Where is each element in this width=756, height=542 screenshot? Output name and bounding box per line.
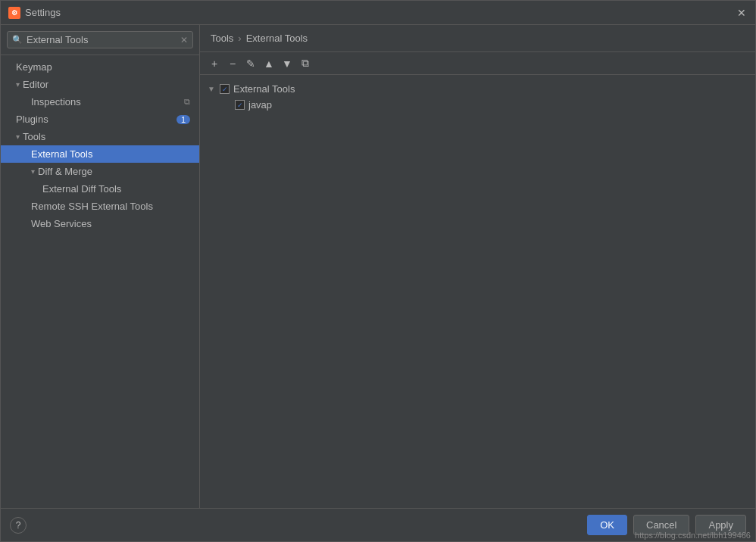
arrow-icon: ▾ <box>16 132 20 141</box>
breadcrumb-root: Tools <box>211 33 233 44</box>
title-bar: ⚙ Settings ✕ <box>1 1 755 25</box>
tree-area: ▼ ✓ External Tools ✓ javap <box>200 75 755 508</box>
sidebar-item-tools[interactable]: ▾ Tools <box>1 128 199 145</box>
sidebar-item-editor[interactable]: ▾ Editor <box>1 76 199 93</box>
sidebar-item-inspections[interactable]: Inspections ⧉ <box>1 93 199 111</box>
plugins-badge: 1 <box>177 115 190 124</box>
clear-search-button[interactable]: ✕ <box>180 35 188 45</box>
window-title: Settings <box>25 7 61 18</box>
move-down-button[interactable]: ▼ <box>279 55 295 72</box>
sidebar: 🔍 ✕ Keymap ▾ Editor Inspections ⧉ <box>1 25 200 508</box>
tree-label-external-tools: External Tools <box>233 83 295 95</box>
sidebar-item-web-services[interactable]: Web Services <box>1 215 199 232</box>
sidebar-item-plugins[interactable]: Plugins 1 <box>1 111 199 128</box>
copy-icon: ⧉ <box>184 97 190 107</box>
arrow-icon: ▾ <box>31 167 35 176</box>
toolbar: + − ✎ ▲ ▼ ⧉ <box>200 52 755 75</box>
breadcrumb-separator: › <box>238 33 241 44</box>
footer-left: ? <box>10 517 27 534</box>
tree-arrow-icon: ▼ <box>208 85 217 93</box>
search-wrapper: 🔍 ✕ <box>7 31 193 48</box>
content-panel: Tools › External Tools + − ✎ ▲ ▼ ⧉ ▼ ✓ E… <box>200 25 755 508</box>
settings-dialog: ⚙ Settings ✕ 🔍 ✕ Keymap ▾ <box>0 0 756 542</box>
sidebar-item-diff-merge[interactable]: ▾ Diff & Merge <box>1 163 199 180</box>
add-button[interactable]: + <box>206 55 223 72</box>
app-icon: ⚙ <box>8 7 20 19</box>
search-input[interactable] <box>27 34 177 45</box>
nav-list: Keymap ▾ Editor Inspections ⧉ Plugins 1 … <box>1 55 199 508</box>
copy-button[interactable]: ⧉ <box>297 55 314 72</box>
search-icon: 🔍 <box>12 35 23 45</box>
sidebar-item-remote-ssh[interactable]: Remote SSH External Tools <box>1 198 199 215</box>
move-up-button[interactable]: ▲ <box>261 55 277 72</box>
remove-button[interactable]: − <box>224 55 241 72</box>
sidebar-item-external-tools[interactable]: External Tools <box>1 145 199 163</box>
breadcrumb: Tools › External Tools <box>200 25 755 52</box>
sidebar-item-keymap[interactable]: Keymap <box>1 58 199 76</box>
search-box: 🔍 ✕ <box>1 25 199 55</box>
tree-item-external-tools-group[interactable]: ▼ ✓ External Tools <box>200 81 755 97</box>
arrow-icon: ▾ <box>16 80 20 89</box>
tree-item-javap[interactable]: ✓ javap <box>200 97 755 113</box>
main-content: 🔍 ✕ Keymap ▾ Editor Inspections ⧉ <box>1 25 755 508</box>
breadcrumb-current: External Tools <box>246 33 308 44</box>
close-button[interactable]: ✕ <box>736 7 748 19</box>
ok-button[interactable]: OK <box>587 515 627 535</box>
title-bar-left: ⚙ Settings <box>8 7 61 19</box>
edit-button[interactable]: ✎ <box>242 55 259 72</box>
tree-checkbox-external-tools[interactable]: ✓ <box>220 84 230 94</box>
help-button[interactable]: ? <box>10 517 27 534</box>
sidebar-item-external-diff-tools[interactable]: External Diff Tools <box>1 180 199 198</box>
tree-checkbox-javap[interactable]: ✓ <box>235 100 245 110</box>
watermark: https://blog.csdn.net/lbh199466 <box>635 531 751 540</box>
tree-label-javap: javap <box>248 99 272 111</box>
